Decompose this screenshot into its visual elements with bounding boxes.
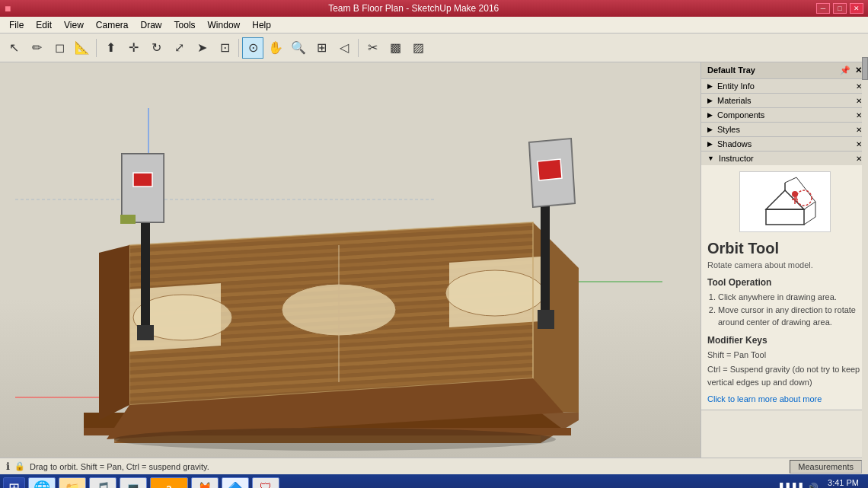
panel-scroll[interactable]: ▶ Entity Info ✕ ▶ Materials ✕ ▶ Componen… [701, 79, 868, 458]
shadows-arrow: ▶ [707, 140, 713, 148]
scrollbar-track[interactable] [862, 62, 868, 458]
shadows-close[interactable]: ✕ [856, 140, 862, 148]
materials-header[interactable]: ▶ Materials ✕ [701, 94, 868, 107]
taskbar-firefox[interactable]: 🦊 [191, 477, 219, 488]
taskbar-explorer[interactable]: 📁 [59, 477, 86, 488]
toolbar-zoom[interactable]: 🔍 [288, 37, 309, 59]
volume-icon: 🔊 [807, 483, 819, 488]
toolbar-pan[interactable]: ✋ [265, 37, 286, 59]
modifier-section: Modifier Keys Shift = Pan Tool Ctrl = Su… [707, 335, 862, 389]
toolbar-tape[interactable]: 📐 [72, 37, 93, 59]
operation-1: Click anywhere in drawing area. [718, 291, 862, 304]
entity-info-label: Entity Info [717, 81, 856, 91]
components-header[interactable]: ▶ Components ✕ [701, 108, 868, 122]
entity-info-close[interactable]: ✕ [856, 82, 862, 91]
toolbar-push-pull[interactable]: ⬆ [100, 37, 121, 59]
components-arrow: ▶ [707, 111, 713, 119]
taskbar-sketchup[interactable]: 🛡 [252, 477, 279, 488]
menu-item-draw[interactable]: Draw [135, 18, 168, 32]
entity-info-header[interactable]: ▶ Entity Info ✕ [701, 79, 868, 93]
measurements-box[interactable]: Measurements [790, 460, 862, 474]
components-close[interactable]: ✕ [856, 111, 862, 120]
clock-time: 3:41 PM [822, 477, 859, 488]
toolbar-zoom-ext[interactable]: ⊞ [311, 37, 332, 59]
instructor-label: Instructor [719, 154, 856, 163]
close-button[interactable]: ✕ [850, 3, 863, 14]
svg-rect-66 [133, 173, 152, 187]
panel-close-icon[interactable]: ✕ [855, 65, 862, 75]
instructor-thumbnail [739, 171, 831, 232]
minimize-button[interactable]: ─ [816, 3, 830, 14]
instructor-header[interactable]: ▼ Instructor ✕ [701, 152, 868, 165]
toolbar-follow-me[interactable]: ➤ [191, 37, 212, 59]
svg-line-80 [804, 217, 815, 225]
entity-info-section: ▶ Entity Info ✕ [701, 79, 868, 94]
toolbar-scale[interactable]: ⤢ [168, 37, 190, 59]
taskbar: ⊞ 🌐 📁 🎵 💻 a 🦊 🔷 🛡 ▐▐▐▐ 🔊 [0, 474, 868, 488]
menu-item-tools[interactable]: Tools [168, 18, 202, 32]
materials-close[interactable]: ✕ [856, 97, 862, 105]
taskbar-pc[interactable]: 💻 [120, 477, 147, 488]
pc-icon: 💻 [126, 481, 141, 489]
menu-item-camera[interactable]: Camera [90, 18, 135, 32]
styles-close[interactable]: ✕ [856, 126, 862, 134]
system-icons: ▐▐▐▐ 🔊 [777, 483, 819, 488]
click-more-link[interactable]: Click to learn more about more [707, 394, 822, 403]
taskbar-app6[interactable]: 🔷 [222, 477, 249, 488]
titlebar: ■ Team B Floor Plan - SketchUp Make 2016… [0, 0, 868, 17]
svg-rect-69 [538, 310, 554, 329]
sketchup-icon: 🛡 [260, 481, 272, 488]
toolbar-paint[interactable]: ✏ [26, 37, 47, 59]
materials-label: Materials [717, 96, 856, 105]
modifier-2: Ctrl = Suspend gravity (do not try to ke… [707, 363, 862, 388]
menu-item-view[interactable]: View [58, 18, 90, 32]
orbit-tool-title: Orbit Tool [707, 240, 779, 257]
styles-header[interactable]: ▶ Styles ✕ [701, 123, 868, 136]
viewport[interactable] [0, 62, 700, 458]
lock-icon: 🔒 [14, 461, 25, 471]
taskbar-amazon[interactable]: a [150, 477, 188, 488]
toolbar-separator [238, 39, 239, 57]
toolbar-prev-view[interactable]: ◁ [333, 37, 355, 59]
instructor-close[interactable]: ✕ [856, 155, 862, 163]
panel-pin-icon[interactable]: 📌 [840, 65, 850, 75]
taskbar-right: ▐▐▐▐ 🔊 3:41 PM 1/15/2016 [777, 477, 865, 488]
menu-item-file[interactable]: File [3, 18, 30, 32]
court-scene [8, 93, 670, 458]
toolbar-orbit[interactable]: ⊙ [242, 37, 263, 59]
materials-section: ▶ Materials ✕ [701, 94, 868, 108]
network-icon: ▐▐▐▐ [777, 483, 803, 488]
modifier-1: Shift = Pan Tool [707, 349, 862, 362]
taskbar-media[interactable]: 🎵 [89, 477, 116, 488]
menu-item-window[interactable]: Window [202, 18, 247, 32]
maximize-button[interactable]: □ [833, 3, 847, 14]
svg-point-85 [792, 191, 798, 197]
svg-marker-73 [99, 245, 129, 420]
taskbar-ie[interactable]: 🌐 [28, 477, 56, 488]
start-button[interactable]: ⊞ [3, 477, 25, 488]
toolbar-section-fill[interactable]: ▩ [385, 37, 406, 59]
toolbar-section-plane[interactable]: ✂ [362, 37, 383, 59]
svg-marker-76 [766, 190, 804, 209]
menu-item-help[interactable]: Help [246, 18, 277, 32]
panel-header: Default Tray 📌 ✕ [701, 62, 868, 79]
menu-item-edit[interactable]: Edit [30, 18, 58, 32]
statusbar: ℹ 🔒 Drag to orbit. Shift = Pan, Ctrl = s… [0, 458, 868, 474]
toolbar-rotate[interactable]: ↻ [145, 37, 167, 59]
toolbar-move[interactable]: ✛ [123, 37, 144, 59]
toolbar-offset[interactable]: ⊡ [214, 37, 235, 59]
orbit-tool-sketch [743, 175, 827, 228]
tool-operations: Click anywhere in drawing area. Move cur… [707, 291, 862, 329]
shadows-header[interactable]: ▶ Shadows ✕ [701, 137, 868, 151]
svg-line-82 [785, 177, 796, 183]
scene [0, 62, 700, 458]
measurements-label: Measurements [798, 462, 854, 471]
toolbar-separator [358, 39, 359, 57]
svg-marker-72 [538, 159, 562, 180]
toolbar-eraser[interactable]: ◻ [49, 37, 70, 59]
toolbar-select[interactable]: ↖ [3, 37, 24, 59]
scrollbar-thumb[interactable] [862, 62, 868, 80]
statusbar-left: ℹ 🔒 Drag to orbit. Shift = Pan, Ctrl = s… [6, 461, 209, 472]
info-icon: ℹ [6, 461, 10, 472]
toolbar-display-section[interactable]: ▨ [407, 37, 429, 59]
